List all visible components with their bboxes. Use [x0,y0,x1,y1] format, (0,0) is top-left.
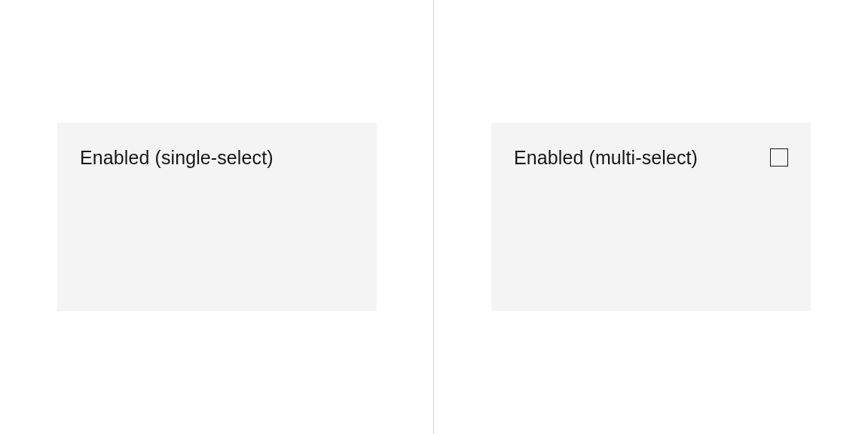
tile-single-select[interactable]: Enabled (single-select) [57,123,377,311]
panel-single-select: Enabled (single-select) [0,0,434,434]
tile-multi-select[interactable]: Enabled (multi-select) [491,123,811,311]
split-container: Enabled (single-select) Enabled (multi-s… [0,0,868,434]
panel-multi-select: Enabled (multi-select) [434,0,868,434]
tile-single-select-label: Enabled (single-select) [80,145,274,170]
tile-multi-select-label: Enabled (multi-select) [514,145,698,170]
checkbox-icon[interactable] [770,148,788,167]
